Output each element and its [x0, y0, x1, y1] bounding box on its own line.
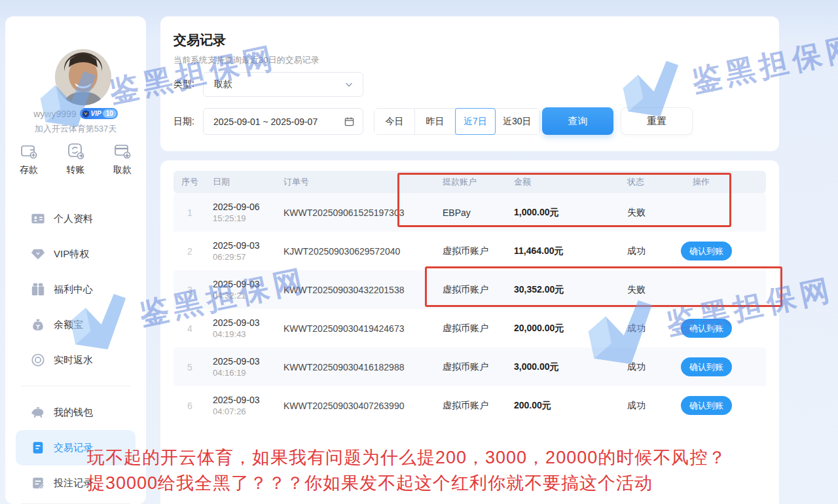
reset-button[interactable]: 重置 — [621, 107, 693, 135]
withdraw-icon — [113, 142, 132, 160]
type-label: 类型: — [173, 79, 203, 90]
quick-action-transfer[interactable]: 转账 — [67, 142, 85, 176]
row-account: 虚拟币账户 — [441, 361, 514, 373]
join-days-text: 加入开云体育第537天 — [5, 123, 146, 135]
row-amount: 3,000.00元 — [514, 361, 622, 373]
row-time-value: 06:29:57 — [213, 252, 283, 262]
sidebar-divider — [21, 386, 130, 386]
row-status: 成功 — [622, 323, 681, 334]
col-header-order: 订单号 — [283, 176, 441, 188]
row-amount: 200.00元 — [514, 400, 622, 412]
col-header-operation: 操作 — [681, 176, 766, 188]
row-date-value: 2025-09-03 — [213, 395, 283, 405]
row-date-value: 2025-09-06 — [213, 202, 283, 212]
date-range-input[interactable]: 2025-09-01 ~ 2025-09-07 — [203, 108, 363, 135]
sidebar-item-label: 实时返水 — [54, 354, 93, 367]
money-bag-icon — [31, 317, 45, 332]
table-row: 4 2025-09-03 04:19:43 KWWT20250903041942… — [173, 309, 766, 348]
row-no: 5 — [173, 362, 206, 372]
range-last7days-button[interactable]: 近7日 — [455, 108, 496, 135]
col-header-no: 序号 — [173, 176, 206, 188]
chevron-down-icon — [344, 80, 354, 89]
quick-actions: 存款 转账 取款 — [5, 142, 146, 176]
sidebar-item-welfare[interactable]: 福利中心 — [16, 272, 136, 307]
sidebar-item-rebate[interactable]: 实时返水 — [16, 342, 136, 378]
row-status: 成功 — [622, 245, 681, 257]
type-select[interactable]: 取款 — [203, 72, 363, 97]
transfer-icon — [67, 142, 85, 160]
query-button[interactable]: 查询 — [542, 107, 613, 135]
sidebar-item-label: 我的钱包 — [54, 406, 93, 419]
range-yesterday-button[interactable]: 昨日 — [415, 109, 456, 134]
deposit-icon — [20, 142, 38, 160]
sidebar-item-vip[interactable]: VIP特权 — [16, 236, 136, 272]
confirm-arrival-button[interactable]: 确认到账 — [681, 357, 732, 376]
rebate-icon — [31, 353, 45, 367]
profile-card-icon — [31, 211, 45, 226]
row-time-value: 04:19:43 — [213, 329, 283, 339]
confirm-arrival-button[interactable]: 确认到账 — [681, 396, 732, 415]
row-no: 4 — [173, 323, 206, 334]
quick-action-label: 取款 — [113, 164, 132, 176]
col-header-account: 提款账户 — [441, 176, 514, 188]
date-quick-ranges: 今日 昨日 近7日 近30日 — [374, 108, 540, 135]
row-order: KWWT202509030416182988 — [283, 362, 441, 372]
confirm-arrival-button[interactable]: 确认到账 — [681, 319, 732, 338]
quick-action-label: 转账 — [67, 164, 85, 176]
sidebar-menu: 个人资料 VIP特权 福利中心 余额宝 — [16, 201, 136, 378]
row-account: 虚拟币账户 — [441, 400, 514, 412]
sidebar-item-label: 福利中心 — [54, 283, 93, 296]
row-date-value: 2025-09-03 — [213, 317, 283, 328]
table-header: 序号 日期 订单号 提款账户 金额 状态 操作 — [173, 171, 766, 193]
row-order: KJWT202509030629572040 — [283, 246, 441, 257]
username: wywy9999 — [33, 109, 76, 119]
range-last30days-button[interactable]: 近30日 — [495, 109, 539, 134]
complaint-annotation: 玩不起的开云体育，如果我有问题为什么提200，3000，20000的时候不风控？… — [87, 445, 726, 496]
avatar-image — [55, 49, 111, 105]
row-date: 2025-09-03 04:19:43 — [206, 317, 283, 339]
row-date-value: 2025-09-03 — [213, 279, 283, 289]
row-date: 2025-09-06 15:25:19 — [206, 202, 283, 223]
vip-diamond-icon — [31, 247, 45, 261]
row-order: KWWT202509030407263990 — [283, 401, 441, 411]
range-today-button[interactable]: 今日 — [374, 109, 415, 134]
piggy-bank-icon — [31, 405, 45, 420]
row-date: 2025-09-03 04:32:21 — [206, 279, 283, 300]
sidebar-item-label: 个人资料 — [54, 213, 93, 225]
vip-badge: VIP 10 — [80, 108, 118, 119]
quick-action-deposit[interactable]: 存款 — [20, 142, 38, 176]
row-date-value: 2025-09-03 — [213, 240, 283, 251]
complaint-line1: 玩不起的开云体育，如果我有问题为什么提200，3000，20000的时候不风控？ — [87, 445, 726, 471]
avatar[interactable] — [55, 49, 111, 105]
row-time-value: 04:32:21 — [213, 291, 283, 300]
row-date-value: 2025-09-03 — [213, 356, 283, 367]
row-operation: 确认到账 — [681, 242, 766, 261]
sidebar-item-label: 余额宝 — [54, 319, 83, 331]
quick-action-label: 存款 — [20, 164, 38, 176]
col-header-amount: 金额 — [514, 176, 622, 188]
row-status: 成功 — [622, 400, 681, 412]
row-time-value: 04:07:26 — [213, 406, 283, 416]
row-amount: 11,464.00元 — [514, 245, 622, 257]
row-account: 虚拟币账户 — [441, 323, 514, 334]
sidebar-item-my-wallet[interactable]: 我的钱包 — [16, 395, 136, 430]
bet-records-icon — [31, 476, 45, 490]
type-select-value: 取款 — [214, 79, 232, 90]
quick-action-withdraw[interactable]: 取款 — [113, 142, 132, 176]
vip-shield-icon — [82, 110, 90, 118]
confirm-arrival-button[interactable]: 确认到账 — [681, 242, 732, 261]
sidebar: wywy9999 VIP 10 加入开云体育第537天 存款 — [5, 16, 146, 504]
row-no: 6 — [173, 401, 206, 411]
row-time-value: 04:16:19 — [213, 368, 283, 378]
sidebar-item-profile[interactable]: 个人资料 — [16, 201, 136, 236]
col-header-status: 状态 — [622, 176, 681, 188]
gift-icon — [31, 282, 45, 297]
records-icon — [31, 441, 45, 455]
row-order: KWWT202509030419424673 — [283, 323, 441, 334]
row-no: 3 — [173, 285, 206, 295]
row-date: 2025-09-03 06:29:57 — [206, 240, 283, 262]
row-amount: 30,352.00元 — [514, 284, 622, 296]
row-time-value: 15:25:19 — [213, 213, 283, 223]
row-status: 成功 — [622, 361, 681, 373]
sidebar-item-yuebao[interactable]: 余额宝 — [16, 307, 136, 342]
